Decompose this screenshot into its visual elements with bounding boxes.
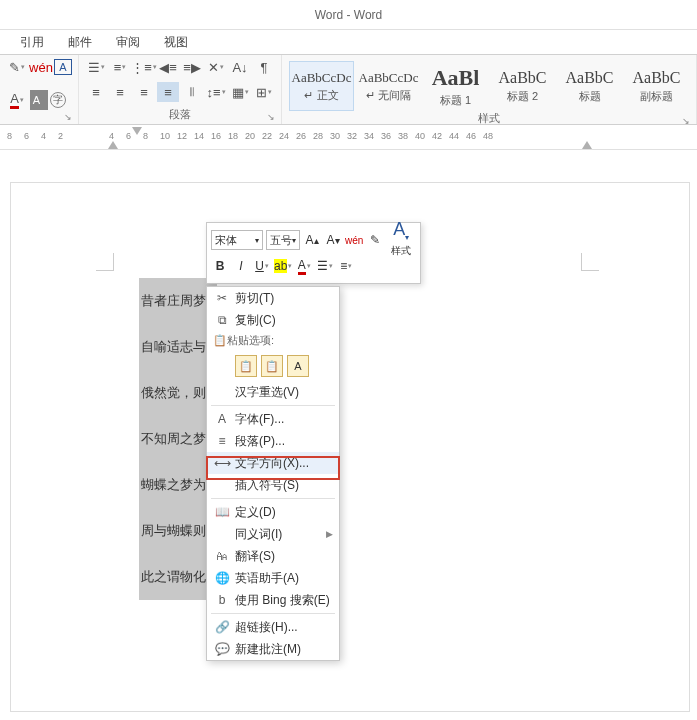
ribbon-group-paragraph: ☰ ≡ ⋮≡ ◀≡ ≡▶ ✕ A↓ ¶ ≡ ≡ ≡ ≡ ⫴ ↕≡ ▦ ⊞ 段落↘: [79, 55, 282, 124]
ctx-insert-symbol[interactable]: 插入符号(S): [207, 474, 339, 496]
ctx-english-assistant[interactable]: 🌐英语助手(A): [207, 567, 339, 589]
mini-format-painter-button[interactable]: ✎: [366, 230, 384, 250]
sort-button[interactable]: A↓: [229, 57, 251, 77]
multilevel-button[interactable]: ⋮≡: [133, 57, 155, 77]
hanging-indent-marker[interactable]: [108, 141, 118, 149]
styles-group-label: 样式: [478, 112, 500, 124]
mini-numbering-button[interactable]: ≡: [337, 256, 355, 276]
ctx-copy[interactable]: ⧉复制(C): [207, 309, 339, 331]
chevron-right-icon: ▶: [326, 529, 333, 539]
increase-indent-button[interactable]: ≡▶: [181, 57, 203, 77]
ribbon-group-styles: AaBbCcDc↵ 正文AaBbCcDc↵ 无间隔AaBl标题 1AaBbC标题…: [282, 55, 697, 124]
paste-merge-formatting-button[interactable]: 📋: [261, 355, 283, 377]
ctx-paste-header: 📋粘贴选项:: [207, 331, 339, 351]
tab-mailings[interactable]: 邮件: [58, 30, 102, 55]
ctx-separator: [211, 405, 335, 406]
numbering-button[interactable]: ≡: [109, 57, 131, 77]
ctx-synonyms[interactable]: 同义词(I)▶: [207, 523, 339, 545]
align-distribute-button[interactable]: ⫴: [181, 82, 203, 102]
ctx-separator: [211, 613, 335, 614]
mini-italic-button[interactable]: I: [232, 256, 250, 276]
paste-keep-formatting-button[interactable]: 📋: [235, 355, 257, 377]
shading-button[interactable]: ▦: [229, 82, 251, 102]
enclose-char-button[interactable]: 字: [50, 92, 66, 108]
style-card-3[interactable]: AaBbC标题 2: [490, 61, 555, 111]
text-direction-icon: ⟷: [213, 456, 231, 470]
mini-bold-button[interactable]: B: [211, 256, 229, 276]
first-line-indent-marker[interactable]: [132, 127, 142, 135]
mini-shrink-font-button[interactable]: A▾: [324, 230, 342, 250]
mini-phonetic-button[interactable]: wén: [345, 230, 363, 250]
phonetic-guide-button[interactable]: wén: [30, 57, 52, 77]
ctx-new-comment[interactable]: 💬新建批注(M): [207, 638, 339, 660]
char-shading-button[interactable]: A: [30, 90, 48, 110]
ctx-font[interactable]: A字体(F)...: [207, 408, 339, 430]
font-launcher-icon[interactable]: ↘: [64, 112, 72, 122]
style-card-0[interactable]: AaBbCcDc↵ 正文: [289, 61, 354, 111]
align-right-button[interactable]: ≡: [133, 82, 155, 102]
tab-references[interactable]: 引用: [10, 30, 54, 55]
mini-highlight-button[interactable]: ab: [274, 256, 292, 276]
paragraph-group-label: 段落: [169, 108, 191, 120]
mini-underline-button[interactable]: U: [253, 256, 271, 276]
ctx-hyperlink[interactable]: 🔗超链接(H)...: [207, 616, 339, 638]
borders-button[interactable]: ⊞: [253, 82, 275, 102]
margin-corner-tr: [581, 253, 599, 271]
mini-toolbar: 宋体▾ 五号▾ A▴ A▾ wén ✎ A▾ 样式 B I U ab A ☰ ≡: [206, 222, 421, 284]
mini-font-select[interactable]: 宋体▾: [211, 230, 263, 250]
ribbon: ✎ wén A A A 字 ↘ ☰ ≡ ⋮≡ ◀≡ ≡▶ ✕ A↓ ¶ ≡ ≡ …: [0, 55, 697, 125]
ctx-translate[interactable]: 🗛翻译(S): [207, 545, 339, 567]
show-marks-button[interactable]: ¶: [253, 57, 275, 77]
horizontal-ruler[interactable]: 8642468101214161820222426283032343638404…: [0, 125, 697, 150]
comment-icon: 💬: [213, 642, 231, 656]
asian-layout-button[interactable]: ✕: [205, 57, 227, 77]
ctx-bing-search[interactable]: b使用 Bing 搜索(E): [207, 589, 339, 611]
align-justify-button[interactable]: ≡: [157, 82, 179, 102]
context-menu: ✂剪切(T) ⧉复制(C) 📋粘贴选项: 📋 📋 A 汉字重选(V) A字体(F…: [206, 286, 340, 661]
bing-icon: b: [213, 593, 231, 607]
paragraph-icon: ≡: [213, 434, 231, 448]
mini-grow-font-button[interactable]: A▴: [303, 230, 321, 250]
style-card-2[interactable]: AaBl标题 1: [423, 61, 488, 111]
char-border-button[interactable]: A: [54, 59, 72, 75]
tab-view[interactable]: 视图: [154, 30, 198, 55]
decrease-indent-button[interactable]: ◀≡: [157, 57, 179, 77]
globe-icon: 🌐: [213, 571, 231, 585]
align-center-button[interactable]: ≡: [109, 82, 131, 102]
ctx-separator: [211, 498, 335, 499]
paragraph-launcher-icon[interactable]: ↘: [267, 112, 275, 122]
font-color-button[interactable]: A: [6, 90, 28, 110]
mini-font-color-button[interactable]: A: [295, 256, 313, 276]
margin-corner-tl: [96, 253, 114, 271]
ctx-cut[interactable]: ✂剪切(T): [207, 287, 339, 309]
font-icon: A: [213, 412, 231, 426]
mini-styles-button[interactable]: A▾ 样式: [387, 222, 415, 259]
tab-review[interactable]: 审阅: [106, 30, 150, 55]
title-bar: Word - Word: [0, 0, 697, 30]
translate-icon: 🗛: [213, 549, 231, 563]
ribbon-group-font: ✎ wén A A A 字 ↘: [0, 55, 79, 124]
ctx-ime-reconvert[interactable]: 汉字重选(V): [207, 381, 339, 403]
ctx-text-direction[interactable]: ⟷文字方向(X)...: [207, 452, 339, 474]
style-card-5[interactable]: AaBbC副标题: [624, 61, 689, 111]
line-spacing-button[interactable]: ↕≡: [205, 82, 227, 102]
book-icon: 📖: [213, 505, 231, 519]
link-icon: 🔗: [213, 620, 231, 634]
right-indent-marker[interactable]: [582, 141, 592, 149]
mini-bullets-button[interactable]: ☰: [316, 256, 334, 276]
copy-icon: ⧉: [213, 313, 231, 327]
ctx-define[interactable]: 📖定义(D): [207, 501, 339, 523]
mini-size-select[interactable]: 五号▾: [266, 230, 300, 250]
format-painter-button[interactable]: ✎: [6, 57, 28, 77]
style-card-4[interactable]: AaBbC标题: [557, 61, 622, 111]
clipboard-icon: 📋: [213, 334, 227, 346]
ctx-paragraph[interactable]: ≡段落(P)...: [207, 430, 339, 452]
ribbon-tabs: 引用 邮件 审阅 视图: [0, 30, 697, 55]
bullets-button[interactable]: ☰: [85, 57, 107, 77]
align-left-button[interactable]: ≡: [85, 82, 107, 102]
scissors-icon: ✂: [213, 291, 231, 305]
style-card-1[interactable]: AaBbCcDc↵ 无间隔: [356, 61, 421, 111]
paste-text-only-button[interactable]: A: [287, 355, 309, 377]
window-title: Word - Word: [315, 8, 383, 22]
ctx-paste-options: 📋 📋 A: [207, 351, 339, 381]
